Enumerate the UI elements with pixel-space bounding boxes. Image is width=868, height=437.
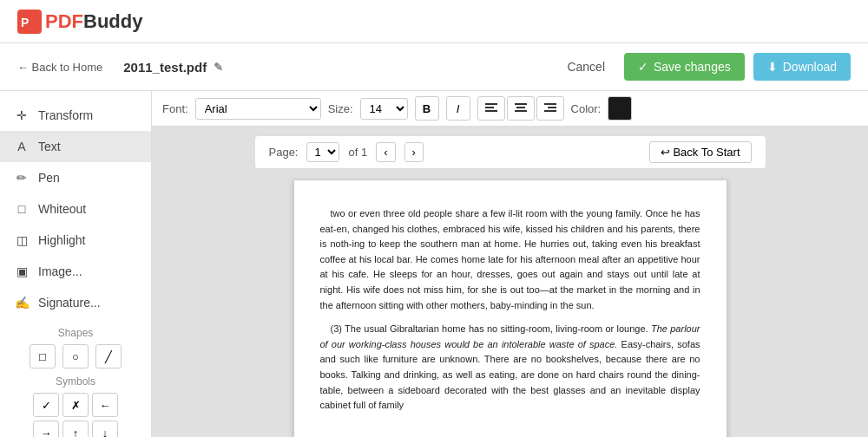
svg-rect-7 xyxy=(515,110,527,112)
font-select[interactable]: Arial Times New Roman Courier xyxy=(195,98,321,120)
next-page-button[interactable]: › xyxy=(404,142,424,162)
shapes-row: □ ○ ╱ xyxy=(14,344,137,369)
color-picker[interactable] xyxy=(608,96,632,121)
symbol-arrow-right-button[interactable]: → xyxy=(33,421,59,437)
svg-rect-3 xyxy=(485,107,494,108)
sidebar-item-transform-label: Transform xyxy=(38,108,93,122)
filename-area: 2011_test.pdf ✎ xyxy=(123,60,556,75)
align-right-button[interactable] xyxy=(536,96,564,121)
pdf-paragraph-2: (3) The usual Gibraltarian home has no s… xyxy=(320,322,700,414)
align-right-icon xyxy=(544,103,556,114)
logo-icon: P xyxy=(17,10,42,34)
toolbar-bar: ← Back to Home 2011_test.pdf ✎ Cancel ✓ … xyxy=(0,43,868,91)
page-of-text: of 1 xyxy=(348,146,367,159)
sidebar-item-text[interactable]: A Text xyxy=(0,131,151,162)
shapes-section: Shapes □ ○ ╱ Symbols ✓ ✗ ← → ↑ ↓ 👍 👎 xyxy=(0,318,151,437)
svg-rect-9 xyxy=(548,107,556,108)
symbol-arrow-down-button[interactable]: ↓ xyxy=(92,421,118,437)
align-left-icon xyxy=(485,103,497,114)
text-icon: A xyxy=(14,139,30,154)
pdf-paragraph-1: two or even three old people share a few… xyxy=(320,206,700,313)
sidebar-item-text-label: Text xyxy=(38,140,61,153)
sidebar-item-signature[interactable]: ✍ Signature... xyxy=(0,287,151,318)
sidebar-item-image[interactable]: ▣ Image... xyxy=(0,256,151,287)
shape-rect-button[interactable]: □ xyxy=(30,344,56,369)
svg-rect-10 xyxy=(544,110,556,112)
symbol-arrow-left-button[interactable]: ← xyxy=(92,393,118,417)
pdf-paragraph-1-text: two or even three old people share a few… xyxy=(320,206,700,313)
sidebar-item-pen-label: Pen xyxy=(38,171,60,185)
chevron-left-icon: ‹ xyxy=(384,146,387,159)
symbols-grid: ✓ ✗ ← → ↑ ↓ 👍 👎 xyxy=(14,393,137,437)
sidebar-item-highlight-label: Highlight xyxy=(38,233,85,247)
sidebar: ✛ Transform A Text ✏ Pen □ Whiteout ◫ Hi… xyxy=(0,91,152,437)
edit-filename-icon[interactable]: ✎ xyxy=(214,61,223,74)
sidebar-item-whiteout-label: Whiteout xyxy=(38,202,86,216)
pen-icon: ✏ xyxy=(14,170,30,186)
font-label: Font: xyxy=(162,102,188,115)
logo-pdf-text: PDF xyxy=(45,10,83,33)
shape-line-button[interactable]: ╱ xyxy=(95,344,122,369)
align-left-button[interactable] xyxy=(477,96,505,121)
app-header: P PDF Buddy xyxy=(0,0,868,43)
svg-rect-6 xyxy=(516,107,525,108)
svg-text:P: P xyxy=(21,16,29,29)
prev-page-button[interactable]: ‹ xyxy=(376,142,395,162)
toolbar-actions: Cancel ✓ Save changes ⬇ Download xyxy=(556,53,851,81)
download-button[interactable]: ⬇ Download xyxy=(753,53,851,81)
pdf-paragraph-2-text: (3) The usual Gibraltarian home has no s… xyxy=(320,322,700,414)
color-label: Color: xyxy=(571,102,602,115)
pdf-paragraph-2-end: Easy-chairs, sofas and such like furnitu… xyxy=(320,339,700,410)
align-center-icon xyxy=(515,103,527,114)
symbol-arrow-up-button[interactable]: ↑ xyxy=(62,421,89,437)
page-label: Page: xyxy=(269,146,299,159)
sidebar-item-highlight[interactable]: ◫ Highlight xyxy=(0,225,151,256)
svg-rect-4 xyxy=(485,110,497,112)
pdf-paragraph-2-start: (3) The usual Gibraltarian home has no s… xyxy=(331,323,648,334)
signature-icon: ✍ xyxy=(14,295,30,310)
svg-rect-5 xyxy=(515,103,527,105)
main-layout: ✛ Transform A Text ✏ Pen □ Whiteout ◫ Hi… xyxy=(0,91,868,437)
shapes-label: Shapes xyxy=(14,327,137,339)
sidebar-item-signature-label: Signature... xyxy=(38,296,101,310)
bold-button[interactable]: B xyxy=(415,96,439,121)
transform-icon: ✛ xyxy=(14,108,30,123)
save-changes-button[interactable]: ✓ Save changes xyxy=(624,53,745,81)
format-bar: Font: Arial Times New Roman Courier Size… xyxy=(152,91,868,127)
back-home-button[interactable]: ← Back to Home xyxy=(17,61,102,74)
app-logo: P PDF Buddy xyxy=(17,10,142,34)
symbol-cross-button[interactable]: ✗ xyxy=(62,393,89,417)
download-button-label: Download xyxy=(783,60,837,74)
back-to-start-button[interactable]: ↩ Back To Start xyxy=(649,141,752,163)
sidebar-item-pen[interactable]: ✏ Pen xyxy=(0,162,151,193)
content-area: Font: Arial Times New Roman Courier Size… xyxy=(152,91,868,437)
symbol-check-button[interactable]: ✓ xyxy=(33,393,59,417)
chevron-right-icon: › xyxy=(412,146,416,159)
pdf-page: two or even three old people share a few… xyxy=(293,179,727,437)
filename-text: 2011_test.pdf xyxy=(123,60,207,75)
italic-button[interactable]: I xyxy=(446,96,470,121)
align-center-button[interactable] xyxy=(507,96,535,121)
sidebar-item-transform[interactable]: ✛ Transform xyxy=(0,100,151,131)
logo-buddy-text: Buddy xyxy=(83,10,142,33)
download-icon: ⬇ xyxy=(767,60,778,74)
whiteout-icon: □ xyxy=(14,201,30,217)
svg-rect-8 xyxy=(544,103,556,105)
page-nav-bar: Page: 1 of 1 ‹ › ↩ Back To Start xyxy=(254,135,766,169)
size-select[interactable]: 8 10 12 14 16 18 24 xyxy=(360,98,408,120)
svg-rect-2 xyxy=(485,103,497,105)
align-group xyxy=(477,96,564,121)
shape-circle-button[interactable]: ○ xyxy=(62,344,89,369)
pdf-viewer[interactable]: Page: 1 of 1 ‹ › ↩ Back To Start two or … xyxy=(152,127,868,437)
sidebar-item-whiteout[interactable]: □ Whiteout xyxy=(0,193,151,225)
size-label: Size: xyxy=(328,102,353,115)
highlight-icon: ◫ xyxy=(14,232,30,248)
page-select[interactable]: 1 xyxy=(306,142,339,162)
symbols-label: Symbols xyxy=(14,375,137,388)
save-button-label: Save changes xyxy=(654,60,731,74)
save-checkmark-icon: ✓ xyxy=(638,60,648,74)
sidebar-item-image-label: Image... xyxy=(38,264,82,278)
cancel-button[interactable]: Cancel xyxy=(556,55,615,79)
image-icon: ▣ xyxy=(14,264,30,279)
